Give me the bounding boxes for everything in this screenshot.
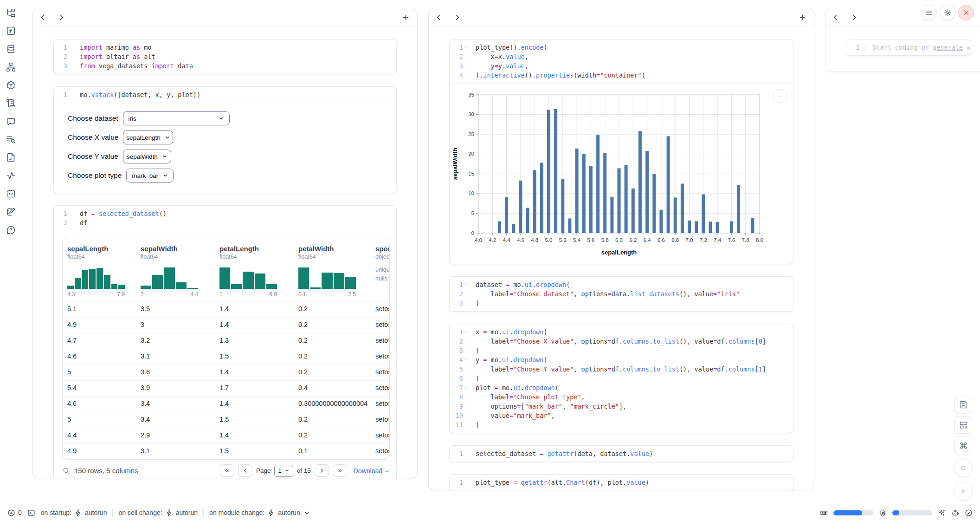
layout-button[interactable]	[954, 416, 972, 434]
table-row[interactable]: 53.41.50.2setosa	[63, 412, 389, 428]
fold-chevron-icon[interactable]	[464, 282, 468, 287]
close-x-button[interactable]	[958, 5, 974, 20]
chevron-left-icon	[242, 468, 248, 474]
sidebar-dependency-graph-button[interactable]	[4, 60, 18, 74]
column-type: float64	[141, 254, 210, 260]
prev-page-button[interactable]	[238, 464, 252, 477]
table-row[interactable]: 4.73.21.30.2setosa	[63, 333, 389, 349]
terminal-button[interactable]	[27, 509, 35, 517]
column-prev-button[interactable]	[37, 12, 49, 24]
dropdown-select[interactable]: sepalWidth	[123, 150, 171, 163]
page-select[interactable]: 1	[274, 465, 293, 477]
line-number: 10	[450, 411, 469, 420]
column-next-button[interactable]	[451, 12, 463, 24]
errors-indicator[interactable]: 0	[7, 509, 22, 517]
range-min: 4.3	[67, 291, 75, 298]
page-total: of 15	[297, 467, 311, 474]
scratchpad-search-icon	[6, 135, 16, 144]
table-row[interactable]: 5.43.91.70.4setosa	[63, 380, 389, 396]
column-prev-button[interactable]	[432, 12, 445, 24]
table-row[interactable]: 53.61.40.2setosa	[63, 365, 389, 380]
table-row[interactable]: 4.63.11.50.2setosa	[63, 349, 389, 365]
svg-text:7.2: 7.2	[700, 237, 707, 243]
svg-text:6.8: 6.8	[671, 237, 679, 243]
column-header[interactable]: sepalWidthfloat6424.4	[136, 239, 215, 301]
sidebar-activity-pulse-button[interactable]	[4, 169, 18, 182]
column-next-button[interactable]	[848, 12, 860, 24]
fold-chevron-icon[interactable]	[464, 385, 468, 390]
cpu-meter-fill	[892, 510, 899, 515]
download-button[interactable]: Download	[354, 467, 390, 475]
code-editor[interactable]: 123dataset = mo.ui.dropdown( label="Choo…	[450, 277, 793, 311]
dropdown-select[interactable]: sepalLength	[123, 130, 173, 144]
sidebar-code-snippet-button[interactable]	[4, 187, 18, 201]
code-cell: 1plot_type = getattr(alt.Chart(df), plot…	[449, 474, 793, 490]
first-page-button[interactable]	[220, 464, 234, 477]
menu-button[interactable]	[921, 5, 937, 20]
code-editor[interactable]: 12df = selected_dataset()df	[54, 206, 396, 231]
sidebar-function-square-button[interactable]	[4, 24, 18, 38]
sidebar-notebook-pen-button[interactable]	[4, 205, 18, 219]
table-summary: 150 rows, 5 columns	[62, 467, 138, 475]
play-all-button[interactable]	[954, 482, 973, 501]
line-number: 3	[450, 61, 469, 71]
sidebar-scratchpad-search-button[interactable]	[4, 132, 18, 146]
column-header[interactable]: petalLengthfloat6416.9	[215, 239, 294, 301]
line-number: 4	[450, 71, 469, 80]
code-editor[interactable]: 1234plot_type().encode( x=x.value, y=y.v…	[450, 39, 793, 83]
sidebar-scroll-log-button[interactable]	[4, 96, 18, 110]
altair-chart[interactable]: 4.04.24.44.64.85.05.25.45.65.86.06.26.46…	[450, 85, 793, 264]
sidebar-database-button[interactable]	[4, 42, 18, 56]
table-row[interactable]: 4.63.41.40.30000000000000004setosa	[63, 396, 389, 412]
on-cell-change-setting[interactable]: on cell change: autorun	[118, 509, 198, 517]
table-cell: 3.4	[136, 397, 215, 412]
code-editor[interactable]: 1234567891011x = mo.ui.dropdown( label="…	[450, 324, 793, 433]
table-cell: 1.4	[215, 365, 294, 380]
dropdown-select[interactable]: mark_bar	[126, 169, 174, 182]
save-button[interactable]	[954, 396, 972, 413]
last-page-button[interactable]	[333, 464, 347, 477]
chevron-right-icon	[850, 13, 858, 21]
dropdown-select[interactable]: iris	[123, 111, 230, 125]
next-page-button[interactable]	[315, 464, 329, 477]
error-count: 0	[18, 509, 22, 516]
code-editor[interactable]: 1mo.vstack([dataset, x, y, plot])	[54, 87, 396, 103]
column-header[interactable]: petalWidthfloat640.12.5	[294, 239, 371, 301]
search-icon[interactable]	[62, 467, 70, 475]
sidebar-help-bubble-button[interactable]	[4, 223, 18, 237]
table-row[interactable]: 4.931.40.2setosa	[63, 317, 389, 333]
column-prev-button[interactable]	[829, 12, 841, 24]
connection-status-button[interactable]	[965, 509, 973, 517]
sidebar-package-button[interactable]	[4, 78, 18, 92]
code-line: plot = mo.ui.dropdown(	[476, 383, 793, 392]
table-row[interactable]: 5.13.51.40.2setosa	[63, 301, 389, 317]
sidebar-chat-bot-button[interactable]	[4, 114, 18, 128]
sidebar-file-tree-button[interactable]	[4, 6, 18, 20]
code-editor[interactable]: 1plot_type = getattr(alt.Chart(df), plot…	[450, 475, 793, 490]
code-editor[interactable]: 1Start coding or generate with	[846, 39, 971, 55]
add-column-button[interactable]	[796, 12, 808, 24]
notebook-pen-icon	[6, 207, 16, 217]
generate-ai-link[interactable]: generate	[933, 44, 963, 51]
column-header[interactable]: speciesobjectunique:nulls:	[371, 239, 390, 301]
on-startup-setting[interactable]: on startup: autorun	[41, 509, 107, 517]
layout-icon	[959, 421, 968, 430]
fold-chevron-icon[interactable]	[464, 358, 468, 362]
fold-chevron-icon[interactable]	[464, 330, 468, 334]
command-button[interactable]	[954, 436, 972, 454]
gear-button[interactable]	[940, 5, 955, 20]
add-column-button[interactable]	[400, 12, 412, 24]
sidebar-document-button[interactable]	[4, 150, 18, 164]
chart-actions-button[interactable]	[773, 89, 787, 103]
table-row[interactable]: 4.93.11.50.1setosa	[63, 443, 389, 459]
chatbot-button[interactable]	[951, 509, 959, 517]
table-row[interactable]: 4.42.91.40.2setosa	[63, 428, 389, 443]
stop-all-button[interactable]	[954, 459, 973, 477]
code-editor[interactable]: 123import marimo as moimport altair as a…	[54, 39, 396, 74]
fold-chevron-icon[interactable]	[464, 45, 468, 50]
column-next-button[interactable]	[55, 12, 67, 24]
code-editor[interactable]: 1selected_dataset = getattr(data, datase…	[450, 446, 793, 462]
ai-sparkles-button[interactable]	[938, 509, 946, 517]
column-header[interactable]: sepalLengthfloat644.37.9	[63, 239, 136, 301]
on-module-change-setting[interactable]: on module change: autorun	[209, 509, 311, 517]
